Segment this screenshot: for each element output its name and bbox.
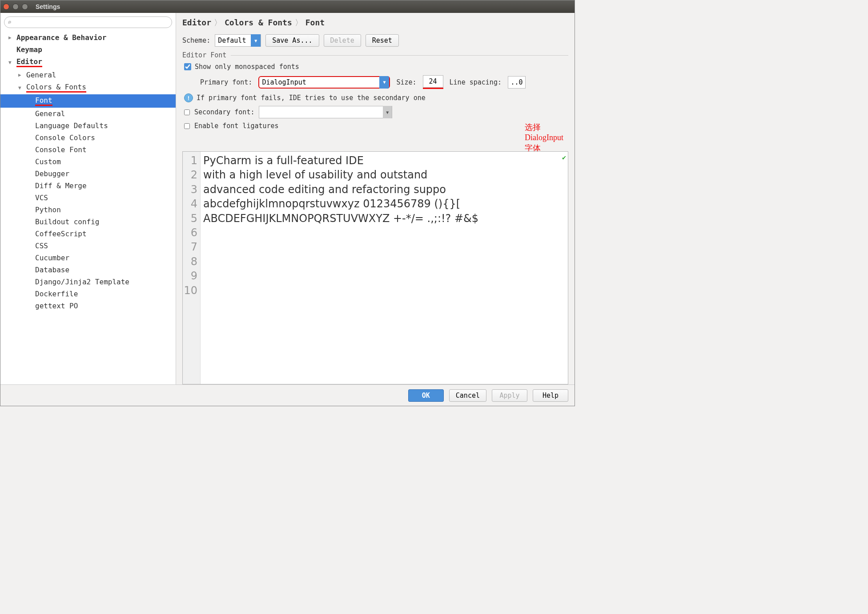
- chevron-right-icon: 〉: [214, 18, 222, 27]
- tree-item-editor[interactable]: ▼Editor: [0, 56, 176, 69]
- search-icon: ⌕: [8, 18, 12, 26]
- tree-item[interactable]: Language Defaults: [0, 120, 176, 132]
- window-close-icon[interactable]: [3, 4, 9, 10]
- scheme-select[interactable]: ▼: [215, 34, 261, 47]
- chevron-down-icon[interactable]: ▼: [251, 34, 261, 47]
- info-icon: !: [184, 93, 193, 102]
- window-title: Settings: [36, 3, 60, 10]
- secondary-font-select: ▼: [259, 106, 392, 118]
- tree-item[interactable]: Database: [0, 264, 176, 276]
- info-text: If primary font fails, IDE tries to use …: [197, 94, 426, 102]
- tree-item[interactable]: Cucumber: [0, 252, 176, 264]
- secondary-font-checkbox[interactable]: [184, 109, 190, 115]
- ok-button[interactable]: OK: [408, 389, 444, 402]
- breadcrumb: Editor〉Colors & Fonts〉Font: [182, 17, 568, 28]
- chevron-down-icon[interactable]: ▼: [379, 76, 389, 89]
- search-input[interactable]: [4, 16, 172, 28]
- tree-item[interactable]: gettext PO: [0, 300, 176, 312]
- tree-item[interactable]: Debugger: [0, 168, 176, 180]
- reset-button[interactable]: Reset: [366, 34, 399, 47]
- apply-button: Apply: [492, 389, 527, 402]
- tree-item[interactable]: Custom: [0, 156, 176, 168]
- window-maximize-icon[interactable]: [22, 4, 28, 10]
- tree-item[interactable]: Console Font: [0, 144, 176, 156]
- save-as-button[interactable]: Save As...: [265, 34, 319, 47]
- chevron-right-icon: ▶: [8, 35, 14, 40]
- chevron-down-icon: ▼: [8, 60, 14, 65]
- titlebar: Settings: [0, 0, 575, 13]
- help-button[interactable]: Help: [533, 389, 568, 402]
- window-minimize-icon[interactable]: [12, 4, 19, 10]
- tree-item[interactable]: Buildout config: [0, 216, 176, 228]
- tree-item-appearance[interactable]: ▶Appearance & Behavior: [0, 32, 176, 44]
- tree-item[interactable]: Dockerfile: [0, 288, 176, 300]
- check-icon: ✔: [562, 154, 566, 162]
- ligatures-label: Enable font ligatures: [194, 122, 279, 130]
- settings-tree: ▶Appearance & Behavior Keymap ▼Editor ▶G…: [0, 32, 176, 384]
- chevron-right-icon: ▶: [18, 72, 24, 78]
- monospaced-checkbox[interactable]: [184, 63, 191, 70]
- tree-item[interactable]: Python: [0, 204, 176, 216]
- chevron-right-icon: 〉: [295, 18, 303, 27]
- tree-item-general[interactable]: ▶General: [0, 69, 176, 81]
- font-preview: 12345678910 PyCharm is a full-featured I…: [182, 151, 568, 384]
- tree-item[interactable]: CoffeeScript: [0, 228, 176, 240]
- line-spacing-input[interactable]: [508, 76, 526, 89]
- primary-font-select[interactable]: ▼: [258, 76, 390, 89]
- tree-item-font[interactable]: Font: [0, 94, 176, 108]
- tree-item[interactable]: Diff & Merge: [0, 180, 176, 192]
- tree-item[interactable]: CSS: [0, 240, 176, 252]
- tree-item[interactable]: Console Colors: [0, 132, 176, 144]
- chevron-down-icon: ▼: [383, 106, 392, 118]
- delete-button: Delete: [324, 34, 361, 47]
- preview-code: PyCharm is a full-featured IDE with a hi…: [201, 152, 568, 384]
- tree-item-colors-fonts[interactable]: ▼Colors & Fonts: [0, 81, 176, 94]
- scheme-label: Scheme:: [182, 36, 210, 44]
- monospaced-label: Show only monospaced fonts: [195, 63, 299, 71]
- preview-gutter: 12345678910: [183, 152, 201, 384]
- cancel-button[interactable]: Cancel: [449, 389, 486, 402]
- tree-item[interactable]: General: [0, 108, 176, 120]
- size-input[interactable]: [423, 75, 443, 88]
- tree-item[interactable]: VCS: [0, 192, 176, 204]
- tree-item-keymap[interactable]: Keymap: [0, 44, 176, 56]
- line-spacing-label: Line spacing:: [450, 78, 502, 86]
- tree-item[interactable]: Django/Jinja2 Template: [0, 276, 176, 288]
- ligatures-checkbox[interactable]: [184, 123, 190, 129]
- size-label: Size:: [396, 78, 416, 86]
- dialog-footer: OK Cancel Apply Help: [0, 384, 575, 406]
- chevron-down-icon: ▼: [18, 85, 24, 91]
- settings-sidebar: ⌕ ▶Appearance & Behavior Keymap ▼Editor …: [0, 13, 176, 384]
- secondary-font-label: Secondary font:: [194, 108, 254, 116]
- editor-font-legend: Editor Font: [182, 51, 568, 59]
- primary-font-label: Primary font:: [200, 78, 252, 86]
